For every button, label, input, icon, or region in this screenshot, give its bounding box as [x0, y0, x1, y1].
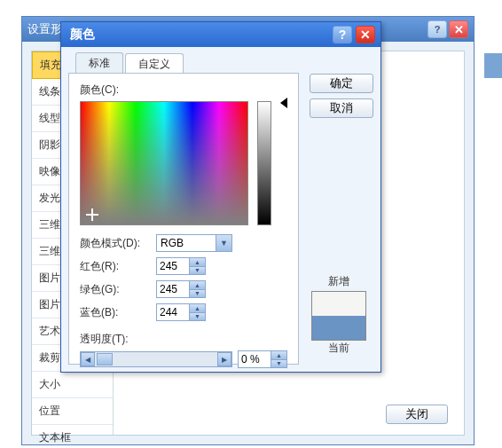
transparency-scrollbar[interactable]: ◀ ▶ [80, 351, 232, 367]
custom-panel: 颜色(C): 颜色模式(D): RGB ▼ 红色(R): ▲▼ [68, 73, 299, 365]
red-spinner[interactable]: ▲▼ [156, 257, 206, 275]
preview-new-color [312, 292, 365, 316]
luminance-arrow-icon[interactable] [280, 98, 287, 108]
color-preview: 新增 当前 [304, 274, 373, 358]
color-cursor-icon [88, 210, 97, 219]
mode-label: 颜色模式(D): [80, 236, 151, 251]
red-label: 红色(R): [80, 259, 151, 274]
color-body: 标准 自定义 确定 取消 颜色(C): 颜色模式(D): RGB ▼ [68, 52, 373, 365]
color-title: 颜色 [67, 27, 331, 43]
preview-current-color [312, 316, 365, 340]
help-button[interactable]: ? [333, 26, 352, 43]
help-button[interactable]: ? [427, 20, 447, 38]
scroll-right-icon[interactable]: ▶ [217, 352, 231, 366]
accent-strip [484, 53, 502, 78]
color-dialog: 颜色 ? ✕ 标准 自定义 确定 取消 颜色(C): 颜色模式(D): RGB [60, 21, 381, 373]
color-mode-value: RGB [161, 237, 184, 249]
green-input[interactable] [157, 281, 189, 297]
sidebar-item-position[interactable]: 位置 [32, 398, 113, 425]
cancel-button[interactable]: 取消 [310, 98, 373, 118]
spin-up-icon[interactable]: ▲ [190, 281, 205, 290]
luminance-slider[interactable] [257, 101, 271, 225]
blue-input[interactable] [157, 304, 189, 320]
color-tabs: 标准 自定义 [75, 52, 373, 74]
spin-down-icon[interactable]: ▼ [190, 313, 205, 321]
spin-down-icon[interactable]: ▼ [190, 267, 205, 275]
blue-label: 蓝色(B): [80, 305, 151, 320]
preview-current-label: 当前 [304, 341, 373, 356]
spin-down-icon[interactable]: ▼ [190, 290, 205, 298]
ok-button[interactable]: 确定 [310, 74, 373, 93]
spin-up-icon[interactable]: ▲ [190, 258, 205, 267]
close-icon[interactable]: ✕ [356, 26, 375, 43]
scroll-left-icon[interactable]: ◀ [81, 352, 95, 366]
color-field[interactable] [80, 101, 248, 225]
green-spinner[interactable]: ▲▼ [156, 280, 206, 298]
scroll-thumb[interactable] [97, 353, 113, 365]
transparency-spinner[interactable]: ▲▼ [238, 350, 287, 368]
preview-new-label: 新增 [304, 274, 373, 289]
spin-up-icon[interactable]: ▲ [271, 351, 286, 360]
red-input[interactable] [157, 258, 189, 274]
blue-spinner[interactable]: ▲▼ [156, 303, 206, 321]
preview-swatch [311, 291, 366, 341]
chevron-down-icon: ▼ [216, 235, 231, 251]
tab-custom[interactable]: 自定义 [125, 53, 184, 75]
tab-standard[interactable]: 标准 [75, 52, 123, 74]
color-mode-select[interactable]: RGB ▼ [156, 234, 232, 252]
transparency-input[interactable] [239, 351, 271, 367]
sidebar-item-textbox[interactable]: 文本框 [32, 425, 113, 448]
spin-up-icon[interactable]: ▲ [190, 304, 205, 313]
spin-down-icon[interactable]: ▼ [271, 360, 286, 368]
sidebar-item-size[interactable]: 大小 [32, 372, 113, 398]
close-button[interactable]: 关闭 [386, 405, 448, 424]
color-titlebar: 颜色 ? ✕ [61, 22, 380, 47]
green-label: 绿色(G): [80, 282, 151, 297]
transparency-label: 透明度(T): [80, 332, 287, 347]
close-icon[interactable]: ✕ [449, 20, 468, 38]
color-label: 颜色(C): [80, 83, 287, 98]
